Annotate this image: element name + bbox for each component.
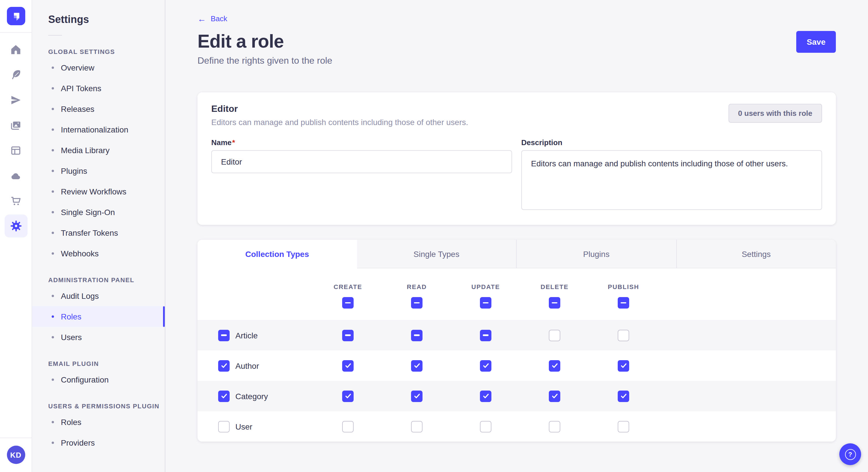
bullet-icon xyxy=(52,442,54,444)
tab-collection-types[interactable]: Collection Types xyxy=(197,240,357,268)
tab-plugins[interactable]: Plugins xyxy=(516,240,676,268)
category-delete-checkbox[interactable] xyxy=(549,390,560,402)
category-publish-checkbox[interactable] xyxy=(618,390,629,402)
sidebar-item-media-library[interactable]: Media Library xyxy=(32,140,165,161)
sidebar-item-single-sign-on[interactable]: Single Sign-On xyxy=(32,202,165,223)
sidebar-item-label: API Tokens xyxy=(61,84,101,93)
author-read-checkbox[interactable] xyxy=(411,360,423,371)
article-update-checkbox[interactable] xyxy=(480,330,491,341)
author-create-checkbox[interactable] xyxy=(342,360,353,371)
sidebar-item-webhooks[interactable]: Webhooks xyxy=(32,243,165,264)
sidebar-item-roles[interactable]: Roles xyxy=(32,306,165,327)
author-delete-checkbox[interactable] xyxy=(549,360,560,371)
category-update-checkbox[interactable] xyxy=(480,390,491,402)
role-card-heading-block: Editor Editors can manage and publish co… xyxy=(211,104,468,127)
strapi-logo-icon[interactable] xyxy=(7,7,25,25)
indeterminate-dash-icon xyxy=(483,302,489,304)
rail-item-paper-plane-icon[interactable] xyxy=(4,88,27,111)
article-row-checkbox[interactable] xyxy=(218,330,229,341)
article-publish-checkbox[interactable] xyxy=(618,330,629,341)
save-button[interactable]: Save xyxy=(797,31,836,53)
bullet-icon xyxy=(52,87,54,90)
bullet-icon xyxy=(52,336,54,338)
article-delete-checkbox[interactable] xyxy=(549,330,560,341)
rail-item-home-icon[interactable] xyxy=(4,38,27,61)
select-all-publish-checkbox[interactable] xyxy=(618,297,629,308)
description-textarea[interactable]: Editors can manage and publish contents … xyxy=(521,150,822,210)
rail-bottom: KD xyxy=(0,438,32,472)
permission-row-category: Category xyxy=(197,381,836,411)
row-label-cell: Author xyxy=(197,360,313,371)
category-row-checkbox[interactable] xyxy=(218,390,229,402)
sidebar-item-providers[interactable]: Providers xyxy=(32,432,165,453)
name-input[interactable] xyxy=(211,150,512,173)
bullet-icon xyxy=(52,211,54,213)
user-update-checkbox[interactable] xyxy=(480,421,491,432)
select-all-create-checkbox[interactable] xyxy=(342,297,353,308)
sidebar-item-internationalization[interactable]: Internationalization xyxy=(32,119,165,140)
name-label-text: Name xyxy=(211,138,231,147)
sidebar-item-users[interactable]: Users xyxy=(32,327,165,347)
cell xyxy=(382,360,451,371)
check-icon xyxy=(413,392,421,400)
sidebar-item-overview[interactable]: Overview xyxy=(32,57,165,78)
rail-item-settings-gear-icon[interactable] xyxy=(4,214,27,237)
back-link[interactable]: ← Back xyxy=(197,14,227,23)
sidebar-item-api-tokens[interactable]: API Tokens xyxy=(32,78,165,99)
rail-item-cart-icon[interactable] xyxy=(4,189,27,212)
row-label-cell: User xyxy=(197,421,313,432)
tab-single-types[interactable]: Single Types xyxy=(357,240,516,268)
rail-item-layout-icon[interactable] xyxy=(4,139,27,162)
cell xyxy=(589,330,658,341)
column-label: UPDATE xyxy=(471,283,500,290)
role-name-heading: Editor xyxy=(211,104,468,114)
user-avatar[interactable]: KD xyxy=(7,446,25,464)
user-publish-checkbox[interactable] xyxy=(618,421,629,432)
category-create-checkbox[interactable] xyxy=(342,390,353,402)
user-read-checkbox[interactable] xyxy=(411,421,423,432)
menu-section-header-email-plugin: EMAIL PLUGIN xyxy=(32,360,165,367)
cloud-icon xyxy=(10,169,22,181)
article-read-checkbox[interactable] xyxy=(411,330,423,341)
sidebar-item-label: Roles xyxy=(61,312,82,321)
cell xyxy=(589,390,658,402)
rail-item-cloud-icon[interactable] xyxy=(4,164,27,187)
user-delete-checkbox[interactable] xyxy=(549,421,560,432)
article-create-checkbox[interactable] xyxy=(342,330,353,341)
icon-rail: KD xyxy=(0,0,32,472)
menu-section-header-users-permissions-plugin: USERS & PERMISSIONS PLUGIN xyxy=(32,403,165,409)
rail-item-media-library-icon[interactable] xyxy=(4,113,27,136)
settings-sidebar: Settings GLOBAL SETTINGSOverviewAPI Toke… xyxy=(32,0,165,472)
category-read-checkbox[interactable] xyxy=(411,390,423,402)
description-field-group: Description Editors can manage and publi… xyxy=(521,138,822,212)
bullet-icon xyxy=(52,295,54,297)
rail-item-feather-icon[interactable] xyxy=(4,63,27,86)
sidebar-item-transfer-tokens[interactable]: Transfer Tokens xyxy=(32,223,165,243)
sidebar-item-configuration[interactable]: Configuration xyxy=(32,369,165,390)
help-button[interactable]: ? xyxy=(839,443,861,465)
select-all-update-checkbox[interactable] xyxy=(480,297,491,308)
bullet-icon xyxy=(52,170,54,172)
cell xyxy=(313,330,382,341)
cell xyxy=(313,421,382,432)
user-create-checkbox[interactable] xyxy=(342,421,353,432)
user-row-checkbox[interactable] xyxy=(218,421,229,432)
select-all-read-checkbox[interactable] xyxy=(411,297,423,308)
cell xyxy=(382,330,451,341)
sidebar-item-audit-logs[interactable]: Audit Logs xyxy=(32,285,165,306)
select-all-delete-checkbox[interactable] xyxy=(549,297,560,308)
bullet-icon xyxy=(52,191,54,193)
indeterminate-dash-icon xyxy=(414,302,420,304)
cell xyxy=(520,390,589,402)
sidebar-item-releases[interactable]: Releases xyxy=(32,99,165,119)
sidebar-item-plugins[interactable]: Plugins xyxy=(32,161,165,181)
tab-settings[interactable]: Settings xyxy=(676,240,836,268)
cell xyxy=(451,360,520,371)
sidebar-item-review-workflows[interactable]: Review Workflows xyxy=(32,181,165,202)
author-update-checkbox[interactable] xyxy=(480,360,491,371)
indeterminate-dash-icon xyxy=(221,335,227,336)
check-icon xyxy=(620,362,627,369)
author-row-checkbox[interactable] xyxy=(218,360,229,371)
author-publish-checkbox[interactable] xyxy=(618,360,629,371)
sidebar-item-roles[interactable]: Roles xyxy=(32,412,165,432)
